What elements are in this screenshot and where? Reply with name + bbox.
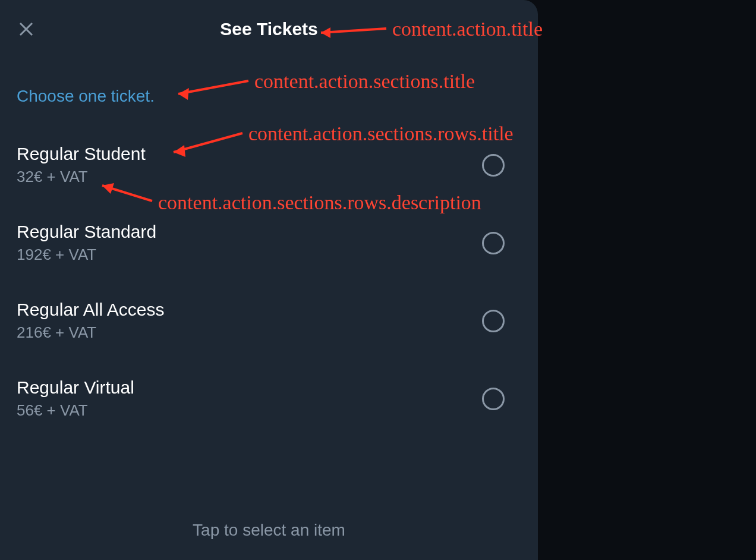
annotation-arrows <box>0 0 756 560</box>
svg-marker-7 <box>174 145 185 157</box>
svg-line-4 <box>178 81 248 94</box>
svg-marker-3 <box>321 27 330 38</box>
svg-marker-5 <box>178 88 189 100</box>
svg-marker-9 <box>102 183 114 194</box>
svg-line-2 <box>321 29 386 33</box>
